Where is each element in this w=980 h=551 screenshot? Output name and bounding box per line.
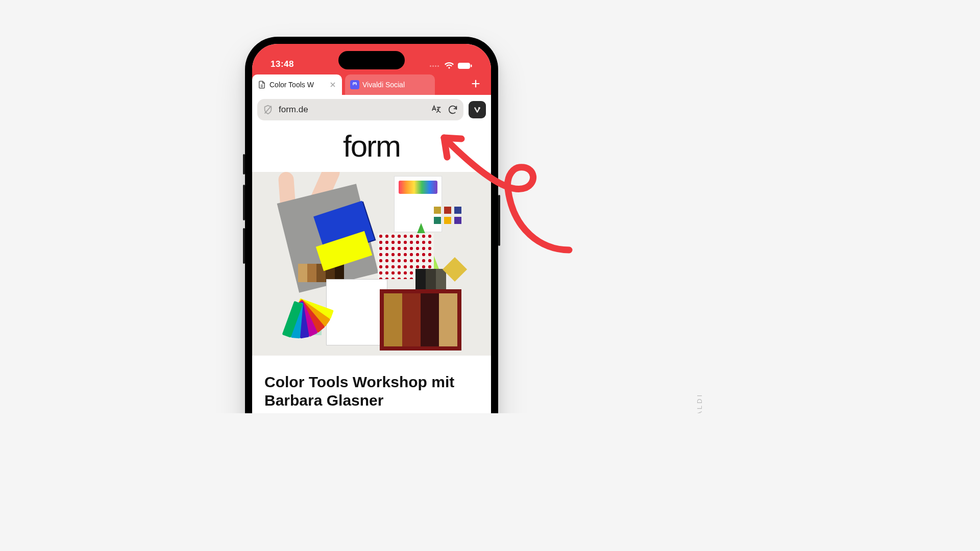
tab-inactive[interactable]: Vivaldi Social bbox=[345, 74, 435, 95]
side-button bbox=[243, 185, 245, 220]
page-icon bbox=[257, 80, 266, 89]
vivaldi-watermark: VIVALDI bbox=[695, 393, 703, 413]
dynamic-island bbox=[338, 51, 405, 69]
address-bar-row: form.de bbox=[252, 95, 491, 123]
vivaldi-icon bbox=[472, 104, 483, 115]
watermark-text: VIVALDI bbox=[696, 393, 703, 413]
tab-label: Color Tools W bbox=[270, 81, 326, 89]
cellular-dots-icon bbox=[430, 65, 439, 67]
site-logo[interactable]: form bbox=[252, 123, 491, 172]
svg-rect-0 bbox=[458, 63, 470, 69]
svg-rect-3 bbox=[473, 105, 482, 114]
article-title: Color Tools Workshop mit Barbara Glasner bbox=[252, 356, 491, 413]
status-time: 13:48 bbox=[271, 59, 294, 69]
new-tab-button[interactable] bbox=[464, 72, 487, 95]
side-button bbox=[243, 154, 245, 174]
svg-rect-2 bbox=[350, 80, 359, 89]
phone-frame: 13:48 Color Tools W Vivaldi Social bbox=[245, 37, 498, 413]
side-button bbox=[243, 228, 245, 264]
tab-label: Vivaldi Social bbox=[362, 81, 430, 89]
reload-icon[interactable] bbox=[447, 104, 458, 115]
article-hero-image bbox=[252, 172, 491, 356]
webpage-content: form bbox=[252, 123, 491, 413]
tracker-shield-icon[interactable] bbox=[262, 104, 274, 115]
tab-strip: Color Tools W Vivaldi Social bbox=[252, 72, 491, 95]
translate-icon[interactable] bbox=[431, 104, 442, 115]
wifi-icon bbox=[444, 62, 454, 69]
vivaldi-menu-button[interactable] bbox=[469, 101, 486, 118]
battery-icon bbox=[457, 62, 473, 69]
svg-rect-1 bbox=[471, 65, 472, 67]
close-icon[interactable] bbox=[329, 81, 337, 89]
plus-icon bbox=[470, 78, 481, 89]
mastodon-icon bbox=[350, 80, 359, 89]
tab-active[interactable]: Color Tools W bbox=[252, 74, 342, 95]
address-url: form.de bbox=[279, 105, 426, 115]
phone-screen: 13:48 Color Tools W Vivaldi Social bbox=[252, 44, 491, 413]
side-button bbox=[498, 195, 500, 246]
svg-point-4 bbox=[478, 107, 480, 109]
address-bar[interactable]: form.de bbox=[257, 99, 463, 120]
